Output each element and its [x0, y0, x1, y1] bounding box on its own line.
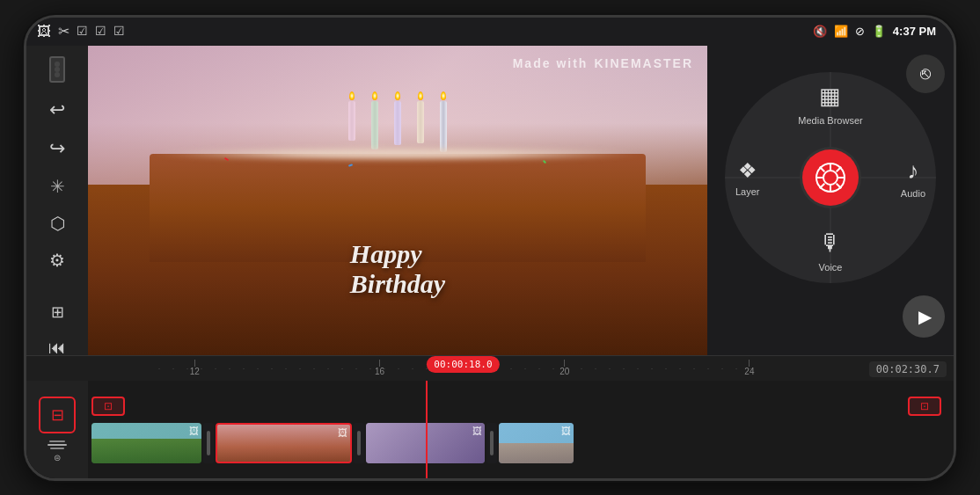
speaker-grill — [49, 56, 65, 83]
layer-clip-2[interactable]: ⊡ — [908, 397, 941, 416]
dnd-icon: ⊘ — [855, 25, 865, 38]
play-button[interactable]: ▶ — [903, 295, 945, 338]
current-time-indicator: 00:00:18.0 — [427, 356, 499, 373]
flame-5 — [441, 91, 446, 100]
layer-label: Layer — [735, 186, 760, 197]
video-clip-1[interactable]: 🖼 — [91, 423, 201, 463]
redo-button[interactable]: ↪ — [38, 137, 77, 160]
flame-1 — [349, 91, 355, 100]
timeline-ruler: · · · · · · · · · · · · · · · · · · · · … — [26, 356, 954, 381]
flame-4 — [418, 91, 423, 100]
audio-label: Audio — [901, 187, 925, 198]
layer-clip-1[interactable]: ⊡ — [91, 397, 125, 416]
layers-icon: ⊞ — [51, 302, 64, 322]
mark-label-20: 20 — [559, 367, 569, 376]
layer-clip-icon: ⊡ — [104, 400, 113, 413]
clip1-photo-icon: 🖼 — [189, 426, 199, 436]
mark-label-12: 12 — [190, 367, 200, 376]
layer-icon: ❖ — [738, 158, 757, 183]
status-left: 🖼 ✂ ☑ ☑ ☑ — [37, 23, 125, 40]
ruler-marks: · · · · · · · · · · · · · · · · · · · · … — [150, 356, 954, 381]
clip3-photo-icon: 🖼 — [472, 426, 482, 436]
radial-menu: ▦ Media Browser ❖ Layer — [725, 72, 936, 283]
clock: 4:37 PM — [893, 25, 936, 38]
time-cursor-line — [426, 381, 428, 478]
media-browser-label: Media Browser — [798, 115, 862, 126]
clip2-photo-icon: 🖼 — [338, 427, 347, 438]
record-button[interactable] — [802, 149, 859, 206]
check3-icon: ☑ — [113, 24, 125, 39]
candle-1 — [348, 91, 355, 152]
media-browser-icon: ▦ — [819, 83, 841, 110]
battery-icon: 🔋 — [872, 25, 886, 38]
mark-line — [379, 360, 380, 367]
svg-point-1 — [823, 171, 837, 185]
clip-divider-1 — [203, 423, 214, 463]
sprinkle-2 — [347, 164, 352, 167]
layers-button[interactable]: ⊞ — [38, 302, 77, 322]
right-panel: ⎋ ▦ Media Browser ❖ Layer — [707, 46, 954, 355]
exit-button[interactable]: ⎋ — [906, 55, 945, 93]
status-right: 🔇 📶 ⊘ 🔋 4:37 PM — [813, 25, 936, 38]
go-to-start-icon: ⏮ — [48, 338, 66, 355]
dots-row: · · · · · · · · · · · · · · · · · · · · … — [150, 364, 954, 372]
ruler-mark-20: 20 — [559, 360, 569, 376]
ruler-mark-24: 24 — [744, 360, 754, 376]
clip1-bg — [91, 423, 201, 463]
adjust-icon: ⊜ — [54, 453, 61, 462]
timeline-area: · · · · · · · · · · · · · · · · · · · · … — [26, 355, 954, 478]
candles — [348, 91, 447, 152]
clip-divider-3 — [486, 423, 497, 463]
adjust-button[interactable]: ⊜ — [48, 440, 67, 462]
go-to-start-button[interactable]: ⏮ — [38, 338, 77, 355]
left-sidebar: ↩ ↪ ✳ ⬡ ⚙ ⊞ ⏮ — [26, 46, 88, 355]
total-time-display: 00:02:30.7 — [869, 361, 947, 377]
undo-button[interactable]: ↩ — [38, 98, 77, 121]
track-controls: ⊟ ⊜ — [26, 381, 88, 478]
mute-icon: 🔇 — [813, 25, 827, 38]
clip-divider-2 — [354, 423, 364, 463]
timeline-bottom: ⊟ ⊜ ⊡ — [26, 381, 954, 478]
audio-icon: ♪ — [907, 157, 918, 184]
flame-3 — [395, 91, 400, 100]
microphone-icon: 🎙 — [819, 229, 842, 257]
candle-4 — [417, 91, 424, 152]
voice-label: Voice — [819, 262, 843, 273]
wifi-icon: 📶 — [834, 25, 848, 38]
video-clip-2[interactable]: 🖼 — [216, 423, 352, 463]
share-button[interactable]: ⬡ — [38, 213, 77, 234]
redo-icon: ↪ — [49, 137, 65, 160]
svg-line-8 — [837, 166, 842, 171]
exit-icon: ⎋ — [920, 63, 931, 84]
clip2-bg — [217, 425, 350, 462]
watermark: Made with KINEMASTER — [513, 56, 693, 70]
voice-button[interactable]: 🎙 Voice — [819, 229, 843, 273]
ruler-mark-12: 12 — [190, 360, 200, 376]
clip4-photo-icon: 🖼 — [561, 426, 571, 436]
audio-button[interactable]: ♪ Audio — [901, 157, 925, 198]
layer-clip-icon-2: ⊡ — [920, 400, 929, 413]
candle-2 — [371, 91, 378, 152]
media-browser-button[interactable]: ▦ Media Browser — [798, 83, 862, 126]
settings-button[interactable]: ⚙ — [38, 250, 77, 271]
main-track-row: 🖼 🖼 — [88, 421, 954, 465]
gallery-icon: 🖼 — [37, 24, 51, 40]
candle-3 — [394, 91, 401, 152]
mark-line — [194, 360, 195, 367]
video-clip-4[interactable]: 🖼 — [499, 423, 574, 463]
play-icon: ▶ — [918, 306, 932, 327]
birthday-text: HappyBirthday — [350, 239, 445, 299]
candle-5 — [440, 91, 447, 152]
undo-icon: ↩ — [49, 98, 65, 121]
ruler-mark-16: 16 — [375, 360, 384, 376]
share-icon: ⬡ — [50, 213, 65, 234]
mark-label-24: 24 — [744, 367, 754, 376]
layer-button[interactable]: ❖ Layer — [735, 158, 760, 197]
add-layer-button[interactable]: ⊟ — [39, 397, 76, 433]
watermark-brand: KINEMASTER — [594, 56, 693, 70]
svg-line-7 — [837, 183, 842, 188]
effects-button[interactable]: ✳ — [38, 176, 77, 197]
mark-label-16: 16 — [375, 367, 384, 376]
add-layer-icon: ⊟ — [51, 405, 64, 425]
svg-line-6 — [820, 166, 825, 171]
